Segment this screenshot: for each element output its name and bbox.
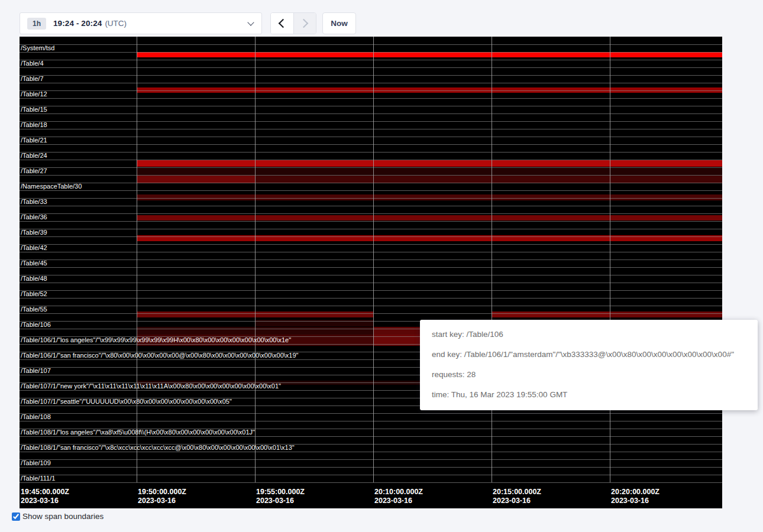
heat-band bbox=[137, 215, 722, 220]
checkbox-label: Show span boundaries bbox=[22, 512, 104, 521]
heat-band bbox=[137, 168, 722, 175]
tick-time: 20:20:00.000Z bbox=[611, 488, 659, 497]
x-axis-tick: 19:45:00.000Z2023-03-16 bbox=[20, 488, 69, 505]
row-label: /Table/107 bbox=[21, 367, 51, 375]
row-label: /Table/7 bbox=[21, 75, 44, 83]
heat-band bbox=[492, 312, 610, 317]
grid-hline bbox=[20, 259, 722, 260]
grid-hline bbox=[20, 467, 722, 468]
row-label: /Table/4 bbox=[21, 60, 44, 67]
grid-vline bbox=[373, 37, 374, 482]
grid-hline bbox=[20, 160, 722, 160]
tick-date: 2023-03-16 bbox=[21, 497, 69, 505]
tooltip-line: requests: 28 bbox=[432, 369, 746, 379]
row-label: /Table/27 bbox=[21, 167, 47, 175]
x-axis-tick: 19:50:00.000Z2023-03-16 bbox=[137, 488, 186, 505]
grid-hline bbox=[20, 98, 722, 99]
grid-hline bbox=[20, 198, 722, 199]
grid-vline bbox=[137, 37, 137, 482]
show-span-boundaries-control[interactable]: Show span boundaries bbox=[12, 512, 104, 521]
grid-hline bbox=[20, 221, 722, 222]
grid-hline bbox=[20, 436, 722, 437]
heat-band bbox=[137, 194, 722, 200]
key-visualizer-page: 1h 19:24 - 20:24 (UTC) Now /System/tsd/T… bbox=[0, 0, 763, 532]
tooltip-line: start key: /Table/106 bbox=[432, 329, 746, 339]
grid-hline bbox=[20, 275, 722, 275]
grid-hline bbox=[20, 236, 722, 237]
row-label: /Table/106/1/"los angeles"/"\x99\x99\x99… bbox=[21, 336, 291, 344]
x-axis-tick: 20:15:00.000Z2023-03-16 bbox=[492, 488, 541, 505]
row-label: /Table/107/1/"new york"/"\x11\x11\x11\x1… bbox=[21, 382, 281, 390]
time-range-selector[interactable]: 1h 19:24 - 20:24 (UTC) bbox=[20, 12, 262, 34]
row-label: /Table/109 bbox=[21, 459, 51, 467]
grid-hline bbox=[20, 452, 722, 452]
row-label: /Table/107/1/"seattle"/"UUUUUUD\x00\x80\… bbox=[21, 398, 232, 406]
heatmap[interactable]: /System/tsd/Table/4/Table/7/Table/12/Tab… bbox=[20, 37, 722, 508]
grid-hline bbox=[20, 206, 722, 206]
heat-band bbox=[137, 52, 722, 57]
heat-band bbox=[610, 312, 722, 317]
row-label: /Table/55 bbox=[21, 306, 47, 313]
x-axis-tick: 20:20:00.000Z2023-03-16 bbox=[610, 488, 659, 505]
grid-hline bbox=[20, 267, 722, 268]
heat-band bbox=[137, 160, 722, 167]
tick-time: 20:10:00.000Z bbox=[374, 488, 423, 497]
chevron-left-icon bbox=[278, 19, 287, 28]
grid-hline bbox=[20, 106, 722, 106]
tooltip-line: end key: /Table/106/1/"amsterdam"/"\xb33… bbox=[432, 349, 746, 359]
row-label: /Table/21 bbox=[21, 137, 47, 144]
grid-hline bbox=[20, 290, 722, 291]
grid-hline bbox=[20, 283, 722, 283]
grid-vline bbox=[255, 37, 256, 482]
tick-time: 20:15:00.000Z bbox=[493, 488, 541, 497]
grid-hline bbox=[20, 213, 722, 214]
tooltip-line: time: Thu, 16 Mar 2023 19:55:00 GMT bbox=[432, 390, 746, 400]
tick-time: 19:45:00.000Z bbox=[21, 488, 69, 497]
row-label: /NamespaceTable/30 bbox=[21, 183, 82, 190]
grid-hline bbox=[20, 298, 722, 299]
time-pager bbox=[270, 12, 316, 34]
row-label: /Table/39 bbox=[21, 229, 47, 236]
row-label: /System/tsd bbox=[21, 44, 54, 52]
tick-time: 19:55:00.000Z bbox=[256, 488, 305, 497]
row-label: /Table/48 bbox=[21, 275, 47, 283]
tick-date: 2023-03-16 bbox=[138, 497, 186, 505]
grid-hline bbox=[20, 252, 722, 252]
now-button[interactable]: Now bbox=[322, 12, 356, 34]
grid-hline bbox=[20, 183, 722, 183]
grid-hline bbox=[20, 190, 722, 191]
grid-hline bbox=[20, 482, 722, 483]
row-label: /Table/108/1/"los angeles"/"\xa8\xf5\u00… bbox=[21, 429, 255, 436]
grid-hline bbox=[20, 175, 722, 176]
row-label: /Table/42 bbox=[21, 244, 47, 252]
grid-hline bbox=[20, 421, 722, 421]
grid-hline bbox=[20, 244, 722, 245]
row-label: /Table/108/1/"san francisco"/"\x8c\xcc\x… bbox=[21, 444, 295, 452]
grid-hline bbox=[20, 144, 722, 145]
grid-hline bbox=[20, 167, 722, 168]
prev-button[interactable] bbox=[271, 13, 293, 34]
next-button[interactable] bbox=[293, 13, 316, 34]
grid-hline bbox=[20, 75, 722, 76]
row-label: /Table/15 bbox=[21, 106, 47, 113]
grid-hline bbox=[20, 313, 722, 314]
grid-hline bbox=[20, 83, 722, 83]
time-range-label: 19:24 - 20:24 bbox=[53, 19, 102, 28]
row-label: /Table/45 bbox=[21, 259, 47, 267]
row-label: /Table/18 bbox=[21, 121, 47, 129]
grid-vline bbox=[492, 37, 492, 482]
time-zone-label: (UTC) bbox=[105, 19, 127, 28]
grid-hline bbox=[20, 52, 722, 53]
grid-hline bbox=[20, 90, 722, 91]
row-label: /Table/24 bbox=[21, 152, 47, 160]
tick-date: 2023-03-16 bbox=[611, 497, 659, 505]
time-window-badge: 1h bbox=[27, 18, 46, 30]
grid-hline bbox=[20, 60, 722, 60]
tick-time: 19:50:00.000Z bbox=[138, 488, 186, 497]
grid-hline bbox=[20, 413, 722, 414]
grid-hline bbox=[20, 121, 722, 122]
grid-hline bbox=[20, 44, 722, 45]
x-axis-tick: 20:10:00.000Z2023-03-16 bbox=[373, 488, 423, 505]
show-span-boundaries-checkbox[interactable] bbox=[12, 512, 20, 521]
tick-date: 2023-03-16 bbox=[374, 497, 423, 505]
